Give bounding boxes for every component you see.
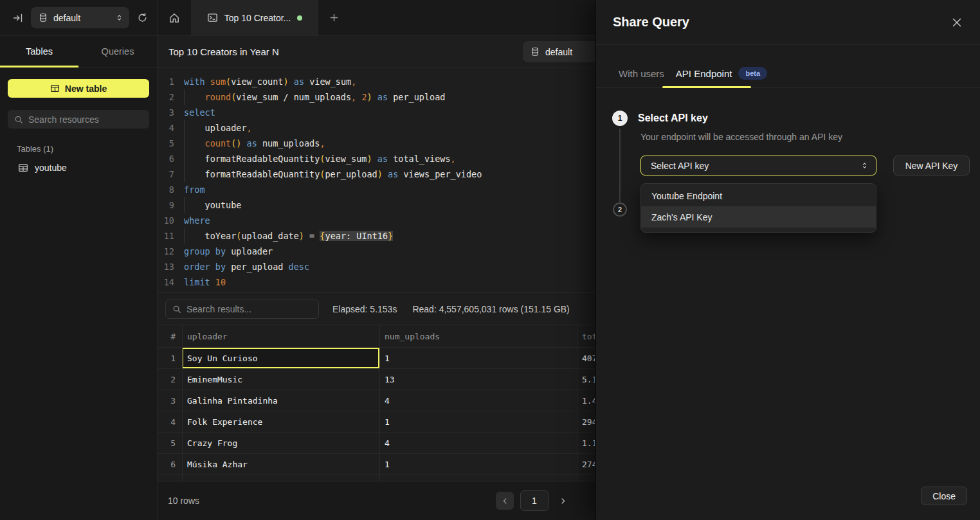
table-row[interactable]: 5Crazy Frog41.1 xyxy=(158,433,595,454)
token: as xyxy=(377,92,388,102)
code-line: 11 toYear(upload_date) = {year: UInt16} xyxy=(158,228,595,244)
token: as xyxy=(388,169,398,179)
results-table: # uploader num_uploads tot 1Soy Un Curio… xyxy=(158,325,595,481)
chevron-left-icon xyxy=(501,497,509,505)
body: Tables Queries New table Tables (1) xyxy=(0,36,595,520)
line-number: 4 xyxy=(158,120,174,136)
beta-badge: beta xyxy=(738,67,767,80)
cell-total-views[interactable]: 1.4 xyxy=(577,390,595,411)
token xyxy=(383,169,388,179)
cell-total-views[interactable]: 407 xyxy=(577,348,595,368)
code-text: round(view_sum / num_uploads, 2) as per_… xyxy=(184,89,445,105)
token: 10 xyxy=(210,277,226,287)
cell-total-views[interactable]: 5.1 xyxy=(577,369,595,390)
code-line: 1with sum(view_count) as view_sum, xyxy=(158,74,595,89)
cell-uploader[interactable]: Músika Azhar xyxy=(182,454,379,474)
refresh-icon[interactable] xyxy=(137,12,148,23)
line-number: 3 xyxy=(158,105,174,120)
new-api-key-button[interactable]: New API Key xyxy=(893,156,970,175)
tab-tables[interactable]: Tables xyxy=(0,36,78,67)
table-row[interactable]: 4Folk Experience1294 xyxy=(158,411,595,433)
column-header-uploader[interactable]: uploader xyxy=(182,332,379,341)
results-search-input[interactable] xyxy=(186,304,312,314)
table-name: youtube xyxy=(35,163,67,173)
token: ) xyxy=(367,92,372,102)
cell-uploader[interactable]: Soy Un Curioso xyxy=(182,348,379,368)
query-database-selector[interactable]: default xyxy=(523,41,595,62)
plus-icon xyxy=(329,13,339,22)
cell-num-uploads[interactable]: 4 xyxy=(379,390,577,411)
token: views_per_video xyxy=(398,169,482,179)
close-icon[interactable] xyxy=(952,17,962,28)
tab-queries[interactable]: Queries xyxy=(78,36,157,67)
api-key-select-value: Select API key xyxy=(651,161,861,171)
token xyxy=(372,154,377,164)
share-tabs: With usersAPI Endpointbeta xyxy=(596,45,980,88)
page-number-button[interactable]: 1 xyxy=(520,490,549,511)
token: ) xyxy=(367,154,372,164)
table-row[interactable]: 3Galinha Pintadinha41.4 xyxy=(158,390,595,411)
token: limit xyxy=(184,277,210,287)
token: select xyxy=(184,107,215,118)
results-search[interactable] xyxy=(165,300,319,319)
table-row[interactable]: 1Soy Un Curioso1407 xyxy=(158,348,595,369)
table-icon xyxy=(50,84,60,93)
column-header-index[interactable]: # xyxy=(158,332,182,341)
cell-num-uploads[interactable]: 1 xyxy=(379,454,577,474)
row-number: 2 xyxy=(158,369,182,390)
query-tab[interactable]: Top 10 Creator... xyxy=(191,0,318,35)
sidebar-expand-icon[interactable] xyxy=(13,13,23,23)
new-table-button[interactable]: New table xyxy=(8,79,149,98)
column-header-total-views[interactable]: tot xyxy=(577,332,595,341)
results-toolbar: Elapsed: 5.153s Read: 4,557,605,031 rows… xyxy=(158,292,595,325)
sidebar-item-youtube[interactable]: youtube xyxy=(0,163,157,173)
column-header-num-uploads[interactable]: num_uploads xyxy=(379,332,577,341)
cell-uploader[interactable]: Folk Experience xyxy=(182,411,379,432)
database-selector[interactable]: default xyxy=(31,7,129,28)
next-page-button[interactable] xyxy=(555,492,570,510)
code-line: 2 round(view_sum / num_uploads, 2) as pe… xyxy=(158,89,595,105)
resource-search[interactable] xyxy=(8,110,149,129)
table-row[interactable]: 6Músika Azhar1274 xyxy=(158,454,595,475)
column-divider xyxy=(182,325,183,481)
menu-option[interactable]: Youtube Endpoint xyxy=(641,185,876,206)
cell-total-views[interactable]: 274 xyxy=(577,454,595,474)
resource-search-input[interactable] xyxy=(28,114,143,125)
chevron-right-icon xyxy=(559,497,567,505)
tab-api-endpoint[interactable]: API Endpointbeta xyxy=(676,67,767,80)
cell-total-views[interactable]: 1.1 xyxy=(577,433,595,453)
token: formatReadableQuantity xyxy=(184,169,320,179)
home-button[interactable] xyxy=(158,0,191,35)
menu-option[interactable]: Zach's API Key xyxy=(641,206,876,228)
api-key-select[interactable]: Select API key xyxy=(640,156,876,175)
cell-uploader[interactable]: Galinha Pintadinha xyxy=(182,390,379,411)
token xyxy=(205,76,210,87)
cell-uploader[interactable]: Crazy Frog xyxy=(182,433,379,453)
token: ( xyxy=(226,76,231,87)
cell-num-uploads[interactable]: 13 xyxy=(379,369,577,390)
cell-total-views[interactable]: 294 xyxy=(577,411,595,432)
line-number: 13 xyxy=(158,259,174,274)
table-row[interactable]: 2EminemMusic135.1 xyxy=(158,369,595,390)
tab-with-users[interactable]: With users xyxy=(619,68,664,79)
token: as xyxy=(294,76,304,87)
code-text: formatReadableQuantity(per_upload) as vi… xyxy=(184,166,482,182)
line-number: 7 xyxy=(158,166,174,182)
previous-page-button[interactable] xyxy=(496,492,514,510)
cell-num-uploads[interactable]: 4 xyxy=(379,433,577,453)
cell-uploader[interactable]: EminemMusic xyxy=(182,369,379,390)
code-line: 14limit 10 xyxy=(158,274,595,290)
cell-num-uploads[interactable]: 1 xyxy=(379,411,577,432)
new-tab-button[interactable] xyxy=(318,0,349,35)
chevron-updown-icon xyxy=(116,13,123,22)
sql-editor[interactable]: 1with sum(view_count) as view_sum,2 roun… xyxy=(158,67,595,292)
panel-header: Share Query xyxy=(596,0,980,45)
sidebar: Tables Queries New table Tables (1) xyxy=(0,36,158,520)
indent-guide xyxy=(184,197,185,213)
cell-num-uploads[interactable]: 1 xyxy=(379,348,577,368)
indent-guide xyxy=(184,136,185,151)
close-button[interactable]: Close xyxy=(921,487,967,505)
code-text: formatReadableQuantity(view_sum) as tota… xyxy=(184,151,456,166)
line-number: 6 xyxy=(158,151,174,166)
step-connector-line xyxy=(619,129,621,202)
